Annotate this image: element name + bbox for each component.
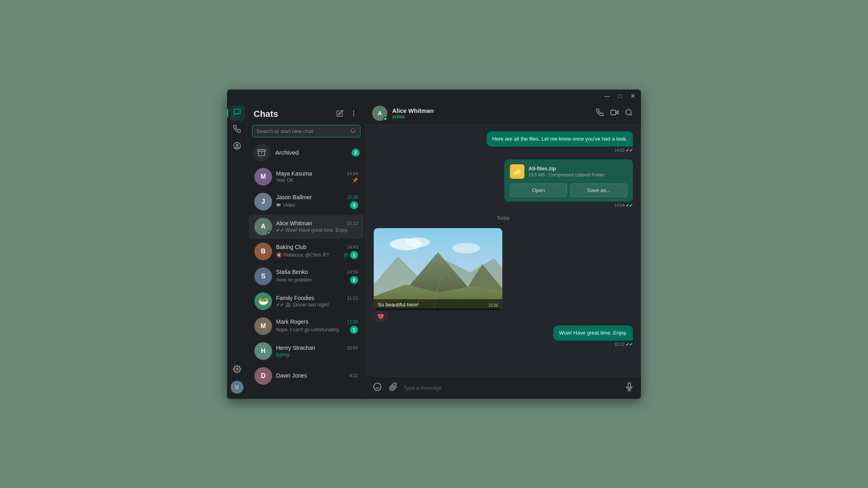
chat-item[interactable]: M Maya Kasuma 14:54 Yes! OK 📌 (249, 165, 364, 189)
image-content: So beautiful here! 15:06 (374, 228, 502, 310)
voice-button[interactable] (623, 381, 635, 394)
close-button[interactable]: ✕ (628, 92, 638, 100)
chat-preview-row: Video 3 (276, 201, 358, 209)
chat-item-alice[interactable]: A Alice Whitman 15:12 ✔✔ Wow! Have great… (249, 214, 364, 239)
chat-name: Alice Whitman (276, 220, 312, 227)
svg-point-18 (452, 243, 480, 253)
avatar: A (254, 218, 272, 235)
chat-name: Family Foodies (276, 295, 314, 301)
svg-point-2 (236, 368, 238, 370)
input-bar (366, 376, 641, 399)
chat-name-row: Maya Kasuma 14:54 (276, 170, 358, 177)
chats-icon (233, 108, 241, 118)
svg-point-13 (626, 110, 631, 115)
chat-name: Dawn Jones (276, 372, 307, 379)
search-bar[interactable] (252, 125, 360, 137)
file-actions: Open Save as... (510, 184, 627, 197)
chat-item[interactable]: H Henry Strachan 10:56 typing... (249, 339, 364, 363)
nav-status[interactable] (229, 139, 245, 155)
message-sent-reply: Wow! Have great time. Enjoy. 15:12 ✔✔ (553, 325, 633, 347)
chat-info: Mark Rogers 11:05 Nope. I can't go unfor… (276, 319, 358, 334)
chat-name-row: Family Foodies 11:21 (276, 295, 358, 301)
chat-time: 8:32 (350, 373, 358, 378)
unread-badge: 1 (350, 326, 358, 334)
maximize-button[interactable]: □ (615, 92, 625, 100)
contact-avatar: A (372, 106, 387, 121)
nav-calls[interactable] (229, 123, 245, 138)
chat-name: Mark Rogers (276, 319, 308, 325)
chat-preview: ✔✔ Wow! Have great time. Enjoy. (276, 227, 358, 233)
avatar: D (254, 367, 272, 385)
nav-settings[interactable] (229, 363, 245, 378)
chat-name-row: Staša Benko 13:56 (276, 269, 358, 275)
chat-time: 10:56 (347, 345, 358, 350)
read-receipt-icon: ✔✔ (626, 148, 633, 153)
chat-preview-row: ✔✔ 🎥 Dinner last night! (276, 302, 358, 308)
call-button[interactable] (594, 107, 606, 120)
chat-item[interactable]: S Staša Benko 13:56 Aww no problem. 2 (249, 264, 364, 288)
archived-row[interactable]: Archived 2 (247, 141, 365, 165)
chat-name-row: Dawn Jones 8:32 (276, 372, 358, 379)
contact-info: Alice Whitman online (392, 107, 590, 120)
image-time: 15:06 (488, 303, 498, 308)
at-mention-icon: @ (344, 252, 348, 258)
chat-time: 11:05 (347, 319, 358, 324)
nav-bottom: U (229, 363, 245, 399)
chat-list-panel: Chats (247, 102, 366, 399)
search-input[interactable] (256, 128, 350, 134)
chat-time: 14:43 (347, 245, 358, 249)
open-file-button[interactable]: Open (510, 184, 567, 197)
minimize-button[interactable]: — (602, 92, 612, 100)
main-area: U Chats (227, 102, 641, 399)
profile-avatar: U (231, 381, 244, 394)
date-label: Today (497, 215, 510, 221)
message-meta: 15:12 ✔✔ (614, 342, 633, 347)
image-caption: So beautiful here! 15:06 (374, 299, 502, 310)
chat-preview: Yes! OK (276, 178, 352, 183)
online-indicator (267, 231, 272, 235)
reaction-pill[interactable]: ❤️ (374, 312, 388, 321)
unread-badge: 3 (350, 201, 358, 209)
chat-view: A Alice Whitman online (366, 102, 641, 399)
unread-badge: 2 (350, 276, 358, 284)
title-bar: — □ ✕ (227, 90, 641, 102)
chat-name: Staša Benko (276, 269, 308, 275)
avatar: H (254, 342, 272, 360)
chat-info: Family Foodies 11:21 ✔✔ 🎥 Dinner last ni… (276, 295, 358, 308)
chat-name-row: Jason Ballmer 15:26 (276, 194, 358, 200)
emoji-button[interactable] (371, 381, 383, 394)
more-options-button[interactable] (348, 108, 359, 120)
message-file: 📁 All-files.zip 23.5 MB · Compressed (zi… (504, 157, 633, 208)
compose-button[interactable] (335, 108, 345, 120)
message-input[interactable] (403, 385, 619, 391)
message-text: Here are all the files. Let me know once… (492, 136, 627, 142)
archived-icon (253, 144, 270, 161)
message-sent: Here are all the files. Let me know once… (487, 131, 633, 153)
chat-time: 13:56 (347, 270, 358, 274)
chat-item[interactable]: M Mark Rogers 11:05 Nope. I can't go unf… (249, 314, 364, 338)
app-window: — □ ✕ (227, 90, 641, 399)
video-call-button[interactable] (609, 107, 620, 120)
chat-time: 11:21 (347, 296, 358, 300)
chat-item[interactable]: J Jason Ballmer 15:26 Video 3 (249, 190, 364, 214)
chat-item[interactable]: D Dawn Jones 8:32 (249, 364, 364, 388)
chat-item[interactable]: 🥗 Family Foodies 11:21 ✔✔ 🎥 Dinner last … (249, 289, 364, 313)
save-file-button[interactable]: Save as... (570, 184, 627, 197)
svg-point-6 (351, 128, 355, 132)
nav-profile[interactable]: U (229, 380, 245, 395)
attach-button[interactable] (387, 381, 399, 394)
avatar: M (254, 168, 272, 186)
svg-point-4 (353, 113, 354, 114)
svg-point-3 (353, 111, 354, 112)
svg-point-23 (374, 383, 381, 390)
calls-icon (233, 125, 241, 135)
chat-info: Maya Kasuma 14:54 Yes! OK 📌 (276, 170, 358, 183)
nav-chats[interactable] (229, 106, 245, 121)
active-indicator (227, 109, 228, 118)
chat-item[interactable]: B Baking Club 14:43 🔇 Rebecca: @Chris R? (249, 239, 364, 263)
svg-line-7 (354, 131, 356, 133)
search-chat-button[interactable] (623, 107, 635, 120)
file-info: All-files.zip 23.5 MB · Compressed (zipp… (528, 165, 605, 177)
chat-preview: Nope. I can't go unfortunately. (276, 327, 350, 333)
avatar: S (254, 267, 272, 285)
